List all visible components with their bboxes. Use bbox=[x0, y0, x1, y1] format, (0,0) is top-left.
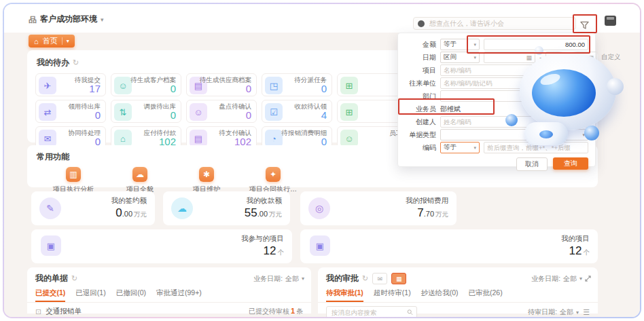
task-icon: ◳ bbox=[265, 77, 283, 94]
tab-approved[interactable]: 审批通过(99+) bbox=[156, 288, 202, 302]
ring-icon: ◎ bbox=[308, 197, 330, 219]
tab-submitted[interactable]: 已提交(1) bbox=[35, 288, 65, 302]
paper-plane-icon: ✈ bbox=[39, 77, 56, 94]
bar-chart-icon: ▥ bbox=[66, 167, 81, 182]
more-picker-icon[interactable]: ⋯ bbox=[579, 92, 585, 98]
top-header: 品 客户成功部环境 ▾ bbox=[4, 4, 640, 33]
cloud-icon: ☁ bbox=[132, 167, 147, 182]
custom-date-link[interactable]: 自定义 bbox=[601, 53, 621, 62]
stat-card-contract[interactable]: ✎ 我的签约额 0.00万元 bbox=[31, 191, 155, 225]
department-input[interactable] bbox=[440, 90, 588, 102]
project-card-joined[interactable]: ▣ 我参与的项目 12个 bbox=[31, 229, 292, 263]
creator-input[interactable] bbox=[440, 116, 588, 128]
refresh-icon[interactable]: ↻ bbox=[71, 274, 77, 283]
amount-input[interactable] bbox=[484, 39, 588, 50]
gear-shield-icon: ✱ bbox=[199, 167, 214, 182]
grid-view-icon[interactable]: ▦ bbox=[391, 273, 406, 284]
todo-card[interactable]: ⇄领用待出库0 bbox=[35, 100, 106, 123]
refresh-icon[interactable]: ↻ bbox=[362, 274, 368, 283]
assistant-icon bbox=[418, 20, 425, 27]
refresh-icon[interactable]: ↻ bbox=[73, 58, 79, 67]
app-frame: 品 客户成功部环境 ▾ ⌂ 首页 ▾ 我的待办 ↻ ✈待我提交17 ☺待生成客户… bbox=[3, 3, 641, 318]
approvals-title: 我的审批 bbox=[326, 273, 359, 284]
chevron-down-icon: ▾ bbox=[302, 276, 304, 282]
todo-card[interactable]: ☺盘点待确认0 bbox=[186, 100, 257, 123]
todo-card[interactable]: ☺待生成客户档案0 bbox=[111, 73, 181, 96]
tab-home-label: 首页 bbox=[43, 36, 58, 46]
claim-icon: ☑ bbox=[265, 103, 283, 121]
code-input[interactable] bbox=[484, 142, 588, 153]
chevron-down-icon: ▾ bbox=[101, 16, 104, 23]
document-row[interactable]: ⊡ 交通报销单 已提交待审核1条 bbox=[27, 303, 311, 316]
salesperson-value: 邵维斌 bbox=[440, 105, 461, 114]
workspace-name: 客户成功部环境 bbox=[40, 14, 97, 25]
home-icon: ⌂ bbox=[34, 37, 39, 45]
stat-card-collection[interactable]: ☁ 我的收款额 55.00万元 bbox=[163, 191, 290, 225]
robot-ear bbox=[607, 78, 624, 95]
todo-card[interactable]: ☑收款待认领4 bbox=[262, 100, 332, 123]
tab-returned[interactable]: 已退回(1) bbox=[75, 288, 105, 302]
approvals-panel: 我的审批 ↻ ✉ ▦ 业务日期: 全部 ▾ 待我审批(1) 超时待审(1) 抄送… bbox=[318, 267, 598, 314]
documents-title: 我的单据 bbox=[35, 273, 68, 284]
stat-card-reimburse[interactable]: ◎ 我的报销费用 7.70万元 bbox=[300, 191, 457, 225]
amount-operator-select[interactable]: 等于▾ bbox=[440, 39, 480, 50]
expand-icon[interactable] bbox=[585, 276, 591, 282]
tab-home[interactable]: ⌂ 首页 ▾ bbox=[29, 35, 75, 48]
documents-panel: 我的单据 ↻ 业务日期: 全部 ▾ 已提交(1) 已退回(1) 已撤回(0) 审… bbox=[27, 267, 311, 314]
chevron-down-icon[interactable]: ▾ bbox=[67, 38, 69, 44]
quick-item-contract[interactable]: ✦项目合同执行… bbox=[245, 167, 302, 194]
tab-cc[interactable]: 抄送给我(0) bbox=[421, 288, 459, 302]
calendar-icon: ▦ bbox=[526, 54, 532, 61]
tab-withdrawn[interactable]: 已撤回(0) bbox=[116, 288, 146, 302]
quick-title: 常用功能 bbox=[37, 151, 69, 163]
todo-card[interactable]: ◳待分派任务0 bbox=[262, 73, 332, 96]
mail-view-icon[interactable]: ✉ bbox=[372, 273, 387, 284]
todo-card[interactable]: ▤待生成供应商档案0 bbox=[186, 73, 257, 96]
chevron-down-icon: ▾ bbox=[576, 309, 579, 316]
drop-icon: ☁ bbox=[171, 197, 193, 219]
search-input[interactable] bbox=[428, 19, 571, 28]
todo-title: 我的待办 bbox=[37, 57, 69, 69]
date-end-input[interactable]: ▦ bbox=[545, 52, 597, 63]
documents-date-filter[interactable]: 业务日期: 全部 ▾ bbox=[253, 274, 304, 284]
filter-funnel-icon[interactable] bbox=[577, 18, 592, 32]
search-icon bbox=[407, 309, 413, 316]
grid-icon: ⊞ bbox=[340, 103, 358, 121]
todo-card[interactable]: ✈待我提交17 bbox=[35, 73, 106, 96]
pen-icon: ✎ bbox=[39, 197, 61, 219]
transfer-icon: ⇅ bbox=[114, 103, 132, 121]
list-icon[interactable]: ☰ bbox=[583, 308, 590, 317]
quick-item-overview[interactable]: ☁项目全貌 bbox=[111, 167, 168, 194]
approvals-date-filter[interactable]: 业务日期: 全部 ▾ bbox=[531, 274, 591, 284]
code-operator-select[interactable]: 等于▾ bbox=[440, 142, 480, 153]
approvals-search-input[interactable] bbox=[330, 308, 407, 317]
dashboard: 品 客户成功部环境 ▾ ⌂ 首页 ▾ 我的待办 ↻ ✈待我提交17 ☺待生成客户… bbox=[4, 4, 640, 317]
chevron-down-icon: ▾ bbox=[582, 132, 585, 138]
customer-icon: ☺ bbox=[114, 77, 132, 94]
filter-popup: 金额 等于▾ 日期 区间▾ ▦ - ▦ 自定义 项目 往来单位 部门 ⋯ 业务员… bbox=[397, 33, 596, 167]
chevron-down-icon: ▾ bbox=[473, 145, 476, 151]
workspace-switcher[interactable]: 品 客户成功部环境 ▾ bbox=[29, 14, 104, 25]
doc-type-select[interactable]: ▾ bbox=[440, 129, 588, 140]
query-button[interactable]: 查询 bbox=[553, 157, 588, 170]
calendar-icon: ▦ bbox=[588, 54, 594, 61]
date-start-input[interactable]: ▦ bbox=[484, 52, 535, 63]
partner-input[interactable] bbox=[440, 77, 588, 89]
todo-card[interactable]: ⇅调拨待出库0 bbox=[111, 100, 181, 123]
approvals-search[interactable] bbox=[326, 306, 417, 318]
document-icon: ⊡ bbox=[35, 307, 41, 316]
pending-date-filter[interactable]: 待审日期: 全部 ▾ ☰ bbox=[528, 307, 590, 317]
date-operator-select[interactable]: 区间▾ bbox=[440, 52, 480, 63]
global-search[interactable] bbox=[413, 17, 576, 30]
tab-approved[interactable]: 已审批(26) bbox=[469, 288, 503, 302]
quick-item-maintain[interactable]: ✱项目维护 bbox=[178, 167, 235, 194]
quick-item-analysis[interactable]: ▥项目执行分析 bbox=[45, 167, 102, 194]
tab-pending-approval[interactable]: 待我审批(1) bbox=[326, 288, 363, 302]
tab-divider bbox=[62, 37, 62, 45]
org-icon: 品 bbox=[29, 16, 37, 24]
save-icon[interactable] bbox=[605, 16, 616, 26]
project-card-mine[interactable]: ▣ 我的项目 12个 bbox=[300, 229, 598, 263]
cancel-button[interactable]: 取消 bbox=[516, 157, 548, 171]
tab-overdue[interactable]: 超时待审(1) bbox=[374, 288, 411, 302]
project-input[interactable] bbox=[440, 64, 588, 76]
